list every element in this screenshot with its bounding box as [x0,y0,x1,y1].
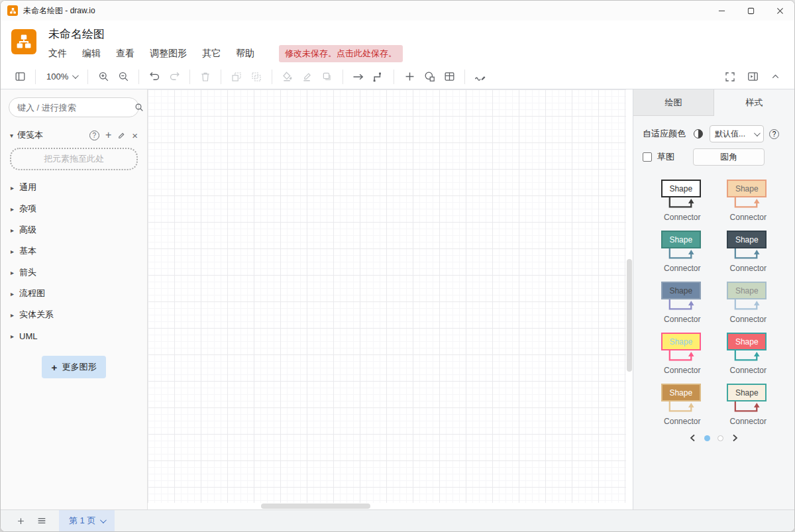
search-input[interactable] [17,103,134,113]
sidebar-item-general[interactable]: ▸通用 [9,177,139,198]
style-preset-card[interactable]: Shape Connector [652,333,713,375]
style-preset-card[interactable]: Shape Connector [652,180,713,222]
collapse-toolbar-button[interactable] [765,68,785,86]
preset-shape-label: Shape [735,388,759,398]
style-preset-card[interactable]: Shape Connector [717,282,778,324]
connection-arrow-button[interactable] [348,68,368,86]
style-help-icon[interactable]: ? [769,129,779,139]
insert-shape-button[interactable] [419,68,439,86]
next-page-icon[interactable] [731,434,739,442]
preset-connector-label: Connector [717,264,778,273]
sidebar-item-arrows[interactable]: ▸箭头 [9,262,139,283]
page-tab[interactable]: 第 1 页 [59,510,115,531]
sketch-label: 草图 [657,151,674,163]
format-panel-tabs: 绘图 样式 [633,89,794,116]
section-label: 高级 [19,224,36,236]
sidebar-item-entity-relation[interactable]: ▸实体关系 [9,304,139,325]
style-preset-card[interactable]: Shape Connector [717,333,778,375]
scratchpad-add-icon[interactable]: + [105,129,111,141]
insert-button[interactable] [399,68,419,86]
sidebar-item-advanced[interactable]: ▸高级 [9,219,139,240]
zoom-dropdown[interactable]: 100% [41,72,82,81]
preset-connector-icon [662,401,700,415]
sidebar-item-uml[interactable]: ▸UML [9,325,139,346]
unsaved-changes-alert[interactable]: 修改未保存。点击此处保存。 [279,45,403,62]
theme-dropdown[interactable]: 默认值... [710,125,764,142]
rounded-button[interactable]: 圆角 [693,148,765,166]
zoom-in-button[interactable] [93,68,113,86]
fullscreen-button[interactable] [720,68,740,86]
style-preset-card[interactable]: Shape Connector [717,180,778,222]
undo-button[interactable] [144,68,164,86]
menu-help[interactable]: 帮助 [233,46,257,62]
scratchpad-dropzone[interactable]: 把元素拖至此处 [10,148,138,170]
menu-file[interactable]: 文件 [46,46,70,62]
sketch-checkbox[interactable] [643,152,652,162]
pagination-dot[interactable] [717,435,723,441]
style-preset-card[interactable]: Shape Connector [652,231,713,273]
tab-style[interactable]: 样式 [714,89,794,116]
adaptive-colors-label: 自适应颜色 [643,128,686,140]
tab-diagram[interactable]: 绘图 [633,89,714,116]
redo-button [164,68,184,86]
sidebar-item-basic[interactable]: ▸基本 [9,240,139,262]
to-back-button [246,68,266,86]
preset-connector-icon [728,248,765,262]
preset-shape-label: Shape [669,235,692,244]
shape-search-box[interactable] [9,97,139,117]
menu-edit[interactable]: 编辑 [80,46,103,62]
style-preset-card[interactable]: Shape Connector [652,282,713,324]
style-preset-card[interactable]: Shape Connector [652,384,713,426]
chevron-collapsed-icon: ▸ [11,269,14,276]
theme-dropdown-value: 默认值... [715,129,745,140]
document-title[interactable]: 未命名绘图 [48,27,403,42]
menu-bar: 文件 编辑 查看 调整图形 其它 帮助 修改未保存。点击此处保存。 [46,45,403,62]
preset-shape: Shape [727,282,767,299]
freehand-button[interactable] [470,68,490,86]
format-panel-toggle-button[interactable] [743,68,763,86]
scratchpad-header[interactable]: ▾ 便笺本 ? + × [10,128,138,142]
chevron-collapsed-icon: ▸ [11,248,14,255]
menu-extras[interactable]: 其它 [199,46,223,62]
search-icon [134,102,144,113]
sidebar-item-flowchart[interactable]: ▸流程图 [9,283,139,304]
plus-icon: + [52,362,58,373]
sidebar-item-misc[interactable]: ▸杂项 [9,198,139,219]
vertical-scrollbar[interactable] [627,259,632,372]
horizontal-scrollbar[interactable] [261,504,370,509]
close-button[interactable] [765,1,794,21]
menu-arrange[interactable]: 调整图形 [147,46,189,62]
previous-page-icon[interactable] [689,434,697,442]
waypoints-button[interactable] [368,68,388,86]
preset-connector-icon [662,197,700,211]
preset-shape-label: Shape [735,235,759,244]
insert-table-button[interactable] [439,68,459,86]
add-page-button[interactable] [10,510,31,531]
more-shapes-button[interactable]: + 更多图形 [42,356,107,378]
zoom-out-button[interactable] [113,68,133,86]
style-preset-card[interactable]: Shape Connector [717,231,778,273]
invert-colors-icon[interactable] [694,129,703,138]
style-preset-card[interactable]: Shape Connector [717,384,778,426]
pages-list-button[interactable] [31,510,52,531]
maximize-button[interactable] [736,1,765,21]
scratchpad-edit-icon[interactable] [117,131,126,140]
toggle-shapes-panel-button[interactable] [10,68,30,86]
drawing-canvas[interactable] [148,89,626,503]
pagination-dot-active[interactable] [704,435,710,441]
minimize-button[interactable] [707,1,736,21]
zoom-value: 100% [46,72,68,81]
fill-color-button [278,68,297,86]
menu-view[interactable]: 查看 [113,46,137,62]
shadow-button [317,68,337,86]
preset-connector-icon [728,350,765,364]
drawio-app-icon [7,5,18,16]
preset-connector-icon [662,299,700,313]
section-label: 箭头 [19,266,36,278]
preset-shape: Shape [727,180,767,197]
preset-shape: Shape [661,384,701,401]
scratchpad-help-icon[interactable]: ? [89,131,99,140]
scratchpad-close-icon[interactable]: × [132,130,138,141]
section-label: 杂项 [19,203,36,215]
scratchpad-label: 便笺本 [17,129,83,141]
